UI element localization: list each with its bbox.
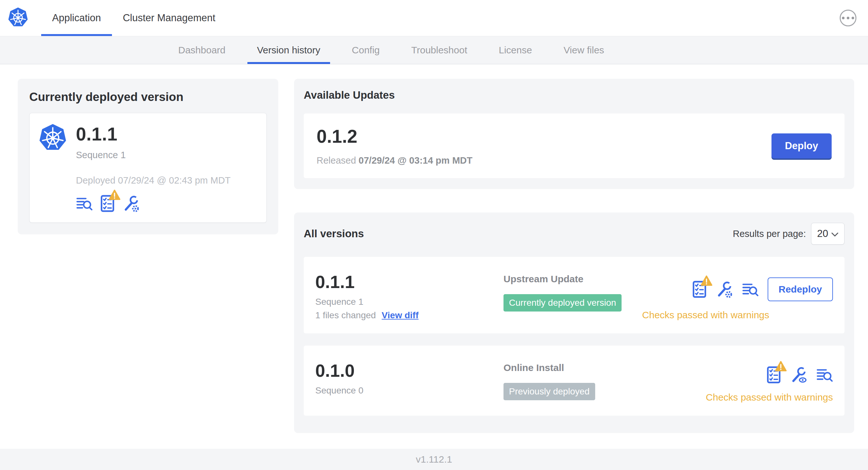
overflow-menu-button[interactable]: [840, 10, 857, 26]
update-version-number: 0.1.2: [317, 126, 472, 147]
preflight-checks-warning-icon[interactable]: [100, 195, 115, 212]
currently-deployed-card: Currently deployed version: [18, 79, 278, 234]
row-source-type: Upstream Update: [503, 274, 642, 284]
currently-deployed-title: Currently deployed version: [29, 90, 267, 104]
console-version: v1.112.1: [416, 454, 452, 465]
row-version-number: 0.1.1: [315, 272, 503, 292]
update-released-date: 07/29/24 @ 03:14 pm MDT: [359, 155, 473, 166]
app-subnav: Dashboard Version history Config Trouble…: [0, 36, 868, 64]
preflight-status-text: Checks passed with warnings: [642, 310, 769, 321]
view-diff-link[interactable]: View diff: [381, 310, 418, 321]
preflight-checks-warning-icon[interactable]: [692, 281, 707, 298]
tab-version-history[interactable]: Version history: [247, 36, 330, 64]
app-footer: v1.112.1: [0, 449, 868, 470]
tab-application[interactable]: Application: [41, 0, 112, 36]
view-config-icon[interactable]: [790, 366, 807, 383]
preflight-status-text: Checks passed with warnings: [706, 392, 833, 403]
redeploy-button[interactable]: Redeploy: [768, 277, 833, 301]
currently-deployed-badge: Currently deployed version: [503, 294, 622, 311]
tab-dashboard[interactable]: Dashboard: [168, 36, 235, 64]
edit-config-icon[interactable]: [122, 195, 140, 212]
deployed-timestamp: Deployed 07/29/24 @ 02:43 pm MDT: [76, 175, 231, 186]
update-released-line: Released 07/29/24 @ 03:14 pm MDT: [317, 155, 472, 166]
tab-cluster-management[interactable]: Cluster Management: [112, 0, 226, 36]
results-per-page-label: Results per page:: [733, 229, 806, 239]
warning-triangle-icon: [775, 361, 786, 373]
tab-license[interactable]: License: [489, 36, 541, 64]
tab-troubleshoot[interactable]: Troubleshoot: [402, 36, 477, 64]
version-row-0-1-1: 0.1.1 Sequence 1 1 files changed View di…: [304, 257, 844, 333]
deployed-version-number: 0.1.1: [76, 124, 231, 145]
kubernetes-logo-icon: [8, 7, 28, 29]
results-per-page-select[interactable]: 20: [811, 223, 844, 245]
row-version-number: 0.1.0: [315, 360, 503, 381]
tab-view-files[interactable]: View files: [554, 36, 614, 64]
deployed-version-card: 0.1.1 Sequence 1 Deployed 07/29/24 @ 02:…: [29, 113, 267, 223]
tab-config[interactable]: Config: [342, 36, 390, 64]
kubernetes-app-icon: [39, 124, 67, 212]
edit-config-icon[interactable]: [715, 281, 733, 298]
view-release-notes-icon[interactable]: [816, 367, 833, 382]
row-sequence: Sequence 1: [315, 297, 503, 307]
top-bar: Application Cluster Management: [0, 0, 868, 36]
all-versions-card: All versions Results per page: 20 0.1.1 …: [294, 212, 854, 433]
view-release-notes-icon[interactable]: [76, 196, 93, 211]
app-logo: [0, 0, 41, 36]
warning-triangle-icon: [109, 190, 120, 201]
available-updates-title: Available Updates: [304, 89, 844, 101]
deployed-sequence: Sequence 1: [76, 150, 231, 160]
row-source-type: Online Install: [503, 362, 706, 373]
deploy-button[interactable]: Deploy: [772, 133, 832, 159]
files-changed-label: 1 files changed: [315, 310, 376, 321]
ellipsis-icon: [842, 17, 844, 19]
previously-deployed-badge: Previously deployed: [503, 383, 595, 400]
row-sequence: Sequence 0: [315, 385, 503, 396]
warning-triangle-icon: [701, 275, 712, 287]
preflight-checks-warning-icon[interactable]: [767, 366, 781, 383]
all-versions-title: All versions: [304, 228, 364, 240]
available-updates-card: Available Updates 0.1.2 Released 07/29/2…: [294, 79, 854, 189]
primary-nav: Application Cluster Management: [41, 0, 226, 36]
available-update-row: 0.1.2 Released 07/29/24 @ 03:14 pm MDT D…: [304, 113, 844, 178]
version-row-0-1-0: 0.1.0 Sequence 0 Online Install Previous…: [304, 345, 844, 416]
main-content: Currently deployed version: [0, 64, 868, 433]
view-release-notes-icon[interactable]: [742, 281, 758, 297]
chevron-down-icon: [831, 228, 838, 239]
